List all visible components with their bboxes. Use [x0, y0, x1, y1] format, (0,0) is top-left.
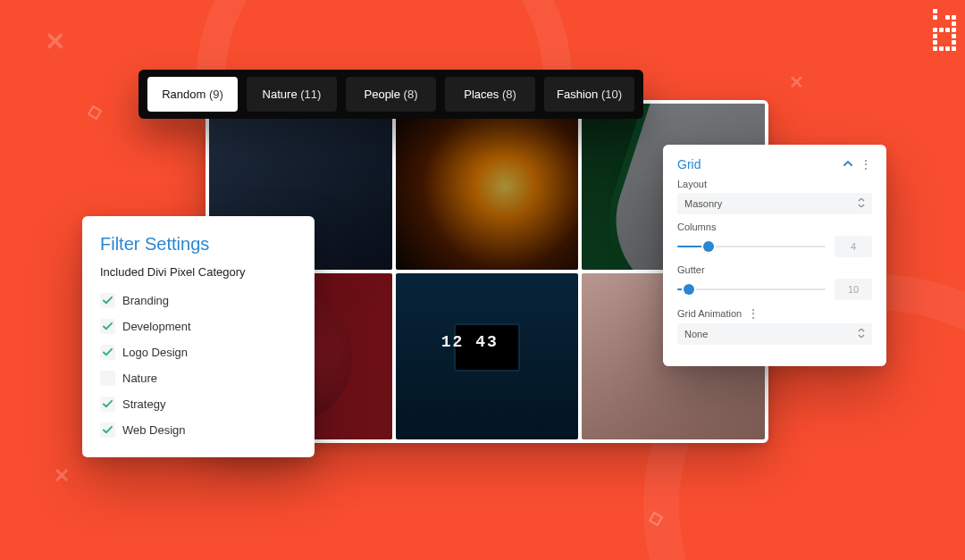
- filter-tab-random[interactable]: Random (9): [147, 77, 238, 112]
- tab-label: People: [365, 88, 404, 101]
- category-label: Strategy: [122, 397, 165, 411]
- tab-label: Places: [464, 88, 502, 101]
- layout-label: Layout: [677, 179, 872, 189]
- grid-animation-value: None: [684, 329, 708, 339]
- tab-count: (11): [300, 88, 321, 101]
- slider-thumb[interactable]: [684, 284, 694, 295]
- select-caret-icon: [858, 198, 865, 209]
- decor-x-icon: ✕: [789, 71, 804, 93]
- gutter-label: Gutter: [677, 264, 872, 275]
- category-checklist: BrandingDevelopmentLogo DesignNatureStra…: [100, 288, 297, 443]
- checkbox[interactable]: [100, 397, 115, 412]
- category-item: Logo Design: [100, 339, 297, 365]
- category-item: Development: [100, 313, 297, 339]
- columns-label: Columns: [677, 221, 872, 232]
- decor-square-icon: [649, 512, 663, 526]
- category-label: Web Design: [122, 423, 186, 437]
- decor-plus-icon: ✕: [45, 27, 65, 56]
- select-caret-icon: [858, 329, 865, 339]
- gutter-slider[interactable]: [677, 282, 826, 297]
- filter-tabbar: Random (9)Nature (11)People (8)Places (8…: [138, 70, 643, 119]
- checkbox[interactable]: [100, 422, 115, 438]
- checkbox[interactable]: [100, 371, 115, 386]
- category-item: Web Design: [100, 417, 297, 443]
- filter-settings-title: Filter Settings: [100, 234, 297, 255]
- gallery-tile[interactable]: [396, 273, 579, 439]
- filter-settings-panel: Filter Settings Included Divi Pixel Cate…: [82, 216, 315, 457]
- decor-plus-icon: ✕: [54, 464, 70, 488]
- category-label: Branding: [122, 294, 169, 307]
- kebab-menu-icon[interactable]: ⋮: [860, 158, 872, 171]
- category-label: Development: [122, 320, 191, 333]
- tab-label: Random: [162, 88, 209, 101]
- columns-value[interactable]: 4: [835, 236, 872, 257]
- category-item: Branding: [100, 288, 297, 313]
- category-item: Nature: [100, 365, 297, 391]
- tab-count: (8): [502, 88, 516, 101]
- checkbox[interactable]: [100, 293, 115, 308]
- filter-tab-fashion[interactable]: Fashion (10): [544, 77, 634, 112]
- kebab-menu-icon[interactable]: ⋮: [747, 307, 759, 320]
- decor-square-icon: [88, 105, 102, 120]
- grid-settings-panel: Grid ⋮ Layout Masonry Columns 4: [663, 145, 886, 366]
- brand-pixel-logo: [933, 9, 956, 57]
- checkbox[interactable]: [100, 319, 115, 334]
- category-label: Logo Design: [122, 346, 188, 359]
- columns-slider[interactable]: [677, 239, 826, 254]
- category-item: Strategy: [100, 391, 297, 417]
- slider-thumb[interactable]: [703, 241, 714, 252]
- layout-select[interactable]: Masonry: [677, 193, 872, 214]
- filter-settings-subtitle: Included Divi Pixel Category: [100, 265, 297, 279]
- filter-tab-people[interactable]: People (8): [346, 77, 436, 112]
- grid-animation-label: Grid Animation: [677, 308, 742, 319]
- tab-label: Fashion: [557, 88, 601, 101]
- filter-tab-places[interactable]: Places (8): [445, 77, 535, 112]
- tab-count: (8): [404, 88, 418, 101]
- collapse-icon[interactable]: [843, 158, 852, 171]
- tab-label: Nature: [263, 88, 301, 101]
- gutter-value[interactable]: 10: [835, 279, 872, 300]
- gallery-tile[interactable]: [396, 104, 579, 270]
- checkbox[interactable]: [100, 345, 115, 360]
- category-label: Nature: [122, 372, 157, 385]
- grid-animation-select[interactable]: None: [677, 323, 872, 345]
- tab-count: (9): [209, 88, 223, 101]
- filter-tab-nature[interactable]: Nature (11): [247, 77, 337, 112]
- grid-panel-title: Grid: [677, 157, 701, 171]
- layout-value: Masonry: [684, 198, 722, 209]
- tab-count: (10): [601, 88, 622, 101]
